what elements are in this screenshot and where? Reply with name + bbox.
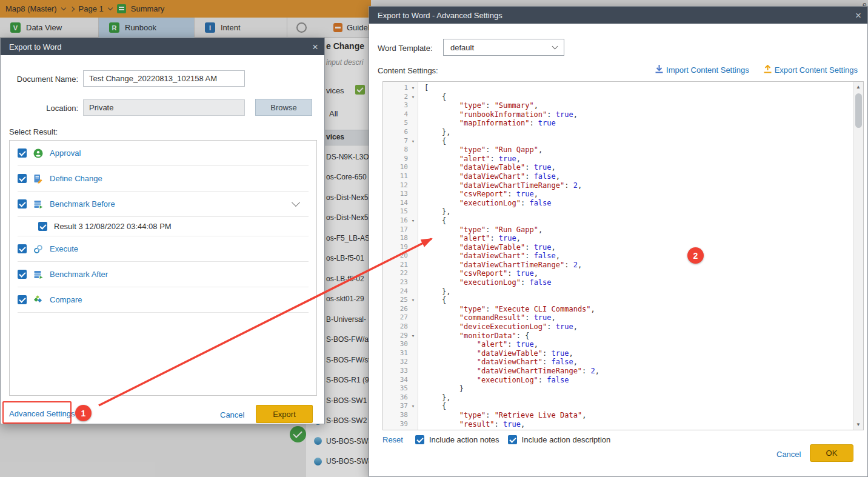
annotation-step-1-badge: 1 <box>75 405 92 421</box>
editor-line: [ <box>424 84 853 93</box>
editor-line: "csvReport": true, <box>424 269 853 278</box>
cancel-button[interactable]: Cancel <box>776 450 801 459</box>
fold-toggle-icon[interactable]: ▾ <box>409 296 417 305</box>
cancel-button[interactable]: Cancel <box>220 410 244 419</box>
result-checkbox[interactable] <box>18 244 27 253</box>
execute-icon <box>33 244 43 254</box>
document-name-label: Document Name: <box>1 75 78 84</box>
editor-line: { <box>424 296 853 305</box>
editor-line: "executionLog": false <box>424 199 853 208</box>
editor-line: "dataViewChartTimeRange": 2, <box>424 181 853 190</box>
advanced-settings-link[interactable]: Advanced Settings <box>9 409 75 418</box>
export-button[interactable]: Export <box>256 405 313 423</box>
editor-line-number: 21 <box>383 261 418 270</box>
include-action-description-checkbox[interactable] <box>508 435 517 444</box>
result-item: Execute <box>18 236 309 262</box>
chevron-down-icon <box>552 43 558 49</box>
editor-line-number: 23 <box>383 278 418 287</box>
editor-line: "commandResult": true, <box>424 313 853 322</box>
editor-line: "runbookInformation": true, <box>424 110 853 119</box>
import-link-label: Import Content Settings <box>666 65 749 75</box>
dialog-title: Export to Word <box>9 42 61 52</box>
editor-line-number: 19 <box>383 243 418 252</box>
result-label: Approval <box>50 148 81 158</box>
editor-line-number: 26 <box>383 305 418 314</box>
scroll-down-icon[interactable]: ▼ <box>854 422 863 427</box>
editor-line-number: 16▾ <box>383 216 418 225</box>
editor-line: }, <box>424 207 853 216</box>
reset-link[interactable]: Reset <box>382 435 403 444</box>
benchmark-before-icon <box>33 199 43 209</box>
fold-toggle-icon[interactable]: ▾ <box>409 137 417 146</box>
include-action-notes-checkbox[interactable] <box>415 435 424 444</box>
define-change-icon <box>33 174 43 184</box>
export-content-settings-link[interactable]: Export Content Settings <box>764 65 858 75</box>
result-checkbox[interactable] <box>18 148 27 158</box>
editor-line: { <box>424 402 853 411</box>
editor-line-number: 35 <box>383 384 418 393</box>
approval-icon <box>33 148 43 158</box>
dialog-header: Export to Word - Advanced Settings × <box>369 7 867 24</box>
result-checkbox[interactable] <box>18 270 27 279</box>
editor-line: "dataViewChart": false, <box>424 252 853 261</box>
editor-line: }, <box>424 128 853 137</box>
location-input[interactable]: Private <box>83 99 245 116</box>
editor-line: { <box>424 93 853 102</box>
result-item: Benchmark Before <box>18 192 309 217</box>
result-label: Execute <box>50 244 78 253</box>
scrollbar-thumb[interactable] <box>855 93 862 128</box>
result-checkbox[interactable] <box>18 174 27 183</box>
result-item: Approval <box>18 141 309 166</box>
editor-line-number: 6 <box>383 128 418 137</box>
import-content-settings-link[interactable]: Import Content Settings <box>655 65 749 75</box>
word-template-select[interactable]: default <box>443 39 564 56</box>
editor-line-number: 37▾ <box>383 402 418 411</box>
editor-line-number: 1▾ <box>383 84 418 93</box>
editor-code-area[interactable]: [ { "type": "Summary", "runbookInformati… <box>418 82 853 430</box>
close-icon[interactable]: × <box>855 10 861 21</box>
editor-line: }, <box>424 287 853 296</box>
content-settings-editor[interactable]: 1▾2▾34567▾8910111213141516▾1718192021222… <box>382 81 864 430</box>
annotation-step-2-badge: 2 <box>687 247 704 264</box>
editor-line: "executionLog": false <box>424 278 853 287</box>
result-sub-label: Result 3 12/08/2022 03:44:08 PM <box>54 222 172 231</box>
result-checkbox[interactable] <box>18 199 27 208</box>
editor-line: "dataViewTable": true, <box>424 163 853 172</box>
editor-line-number: 18 <box>383 234 418 243</box>
editor-line: "csvReport": true, <box>424 190 853 199</box>
scroll-up-icon[interactable]: ▲ <box>854 84 863 90</box>
result-item: Benchmark After <box>18 262 309 287</box>
editor-line-number: 12 <box>383 181 418 190</box>
editor-line-number: 4 <box>383 110 418 119</box>
fold-toggle-icon[interactable]: ▾ <box>409 93 417 102</box>
editor-line-number: 30 <box>383 340 418 349</box>
fold-toggle-icon[interactable]: ▾ <box>409 216 417 225</box>
ok-button[interactable]: OK <box>810 444 853 462</box>
browse-button[interactable]: Browse <box>255 99 312 116</box>
fold-toggle-icon[interactable]: ▾ <box>409 84 417 93</box>
editor-line-number: 31 <box>383 349 418 358</box>
editor-line: "type": "Run Qapp", <box>424 145 853 155</box>
editor-scrollbar[interactable]: ▲ ▼ <box>853 82 863 430</box>
word-template-value: default <box>450 43 474 52</box>
editor-line-number: 3 <box>383 101 418 110</box>
fold-toggle-icon[interactable]: ▾ <box>409 332 417 341</box>
editor-line-number: 32 <box>383 358 418 367</box>
close-icon[interactable]: × <box>312 42 318 52</box>
editor-line: "monitorData": { <box>424 332 853 341</box>
document-name-input[interactable]: Test Change_20220813_102158 AM <box>83 70 245 87</box>
editor-line: "executionLog": false <box>424 376 853 385</box>
include-action-description-label: Include action description <box>522 435 611 444</box>
location-label: Location: <box>1 104 78 113</box>
editor-line-number: 28 <box>383 322 418 332</box>
fold-toggle-icon[interactable]: ▾ <box>409 402 417 411</box>
export-icon <box>764 65 772 75</box>
editor-line-number: 29▾ <box>383 332 418 341</box>
collapse-chevron-icon[interactable] <box>292 198 300 207</box>
editor-line-number: 15 <box>383 207 418 216</box>
result-checkbox[interactable] <box>18 295 27 304</box>
import-icon <box>655 65 663 75</box>
result-checkbox[interactable] <box>38 222 47 231</box>
editor-line: "deviceExecutionLog": true, <box>424 322 853 332</box>
editor-line: "dataViewChart": false, <box>424 172 853 181</box>
